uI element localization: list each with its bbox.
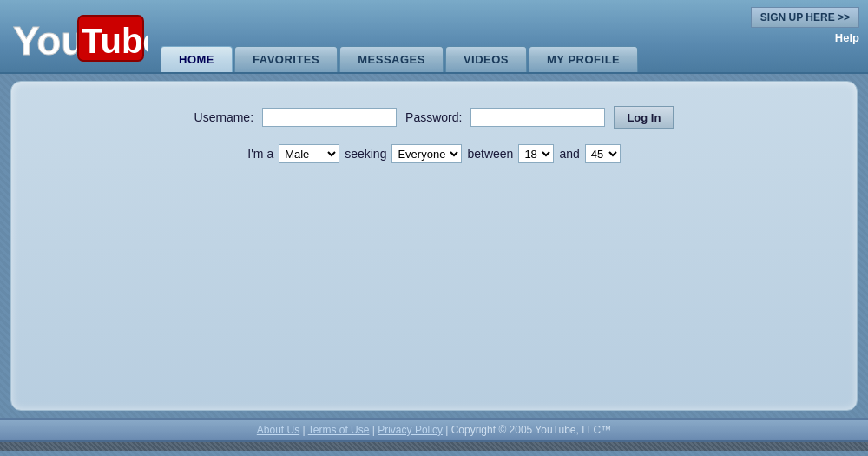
header: You Tube SIGN UP HERE >> Help HOME FAVOR…: [0, 0, 868, 74]
and-label: and: [559, 147, 579, 161]
footer-stripe: About Us | Terms of Use | Privacy Policy…: [0, 418, 868, 442]
terms-link[interactable]: Terms of Use: [308, 424, 370, 436]
between-label: between: [467, 147, 513, 161]
logo-area: You Tube: [0, 0, 156, 72]
gender-select[interactable]: Male Female: [279, 144, 339, 163]
main-content: Username: Password: Log In I'm a Male Fe…: [10, 81, 858, 411]
footer-links: About Us | Terms of Use | Privacy Policy…: [257, 424, 611, 436]
login-button[interactable]: Log In: [614, 106, 674, 129]
seeking-label: seeking: [345, 147, 386, 161]
tab-home[interactable]: HOME: [161, 46, 233, 72]
password-input[interactable]: [470, 108, 605, 127]
svg-text:You: You: [13, 18, 85, 63]
username-input[interactable]: [262, 108, 397, 127]
about-link[interactable]: About Us: [257, 424, 299, 436]
username-label: Username:: [194, 110, 253, 124]
copyright-text: Copyright © 2005 YouTube, LLC™: [451, 424, 612, 436]
max-age-select[interactable]: 18 25 30 35 40 45 50 55 60: [585, 144, 621, 163]
nav-tabs: HOME FAVORITES MESSAGES VIDEOS MY PROFIL…: [161, 0, 640, 72]
help-link[interactable]: Help: [835, 31, 859, 44]
privacy-link[interactable]: Privacy Policy: [378, 424, 443, 436]
ima-label: I'm a: [247, 147, 273, 161]
login-row: Username: Password: Log In: [29, 106, 839, 129]
tab-videos[interactable]: VIDEOS: [445, 46, 527, 72]
top-right-area: SIGN UP HERE >> Help: [751, 7, 859, 44]
tab-favorites[interactable]: FAVORITES: [234, 46, 338, 72]
youtube-logo: You Tube: [9, 11, 148, 68]
signup-button[interactable]: SIGN UP HERE >>: [751, 7, 859, 28]
seeking-select[interactable]: Everyone Male Female: [391, 144, 462, 163]
min-age-select[interactable]: 18 19 21 25 30 35 40 45: [518, 144, 554, 163]
tab-my-profile[interactable]: MY PROFILE: [529, 46, 638, 72]
footer: About Us | Terms of Use | Privacy Policy…: [0, 418, 868, 451]
password-label: Password:: [405, 110, 462, 124]
seeking-row: I'm a Male Female seeking Everyone Male …: [29, 144, 839, 163]
footer-bottom-stripe: [0, 442, 868, 451]
svg-text:Tube: Tube: [82, 22, 148, 60]
tab-messages[interactable]: MESSAGES: [339, 46, 444, 72]
